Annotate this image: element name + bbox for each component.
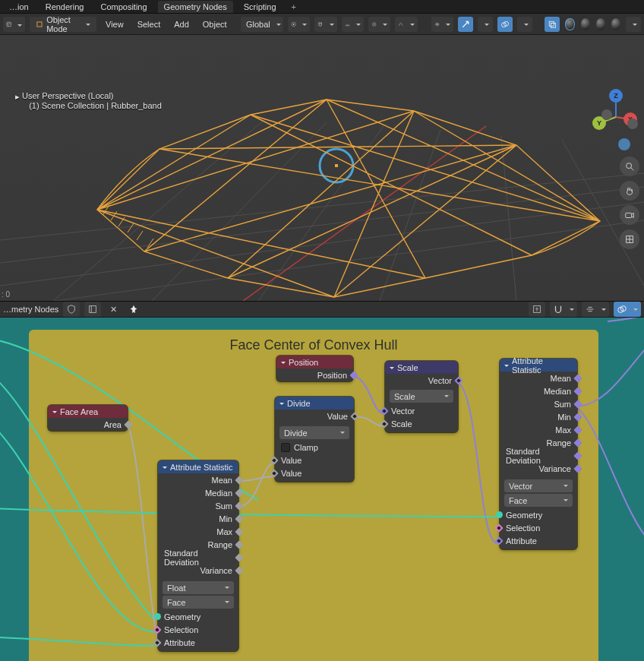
pivot-select[interactable] (288, 17, 310, 32)
node-title: Scale (397, 363, 418, 372)
zoom-button[interactable] (620, 157, 639, 176)
svg-rect-10 (550, 21, 554, 26)
viewport-canvas (0, 35, 644, 301)
gizmo-arrow-icon (461, 19, 470, 30)
gizmo-extra[interactable] (618, 138, 630, 150)
editor-type-icon (6, 19, 11, 30)
snap-target-icon (585, 304, 595, 315)
overlays-toggle[interactable] (497, 17, 513, 32)
in-attribute: Attribute (506, 536, 537, 546)
snap-increment-icon (345, 19, 350, 30)
domain-select[interactable]: Face (504, 494, 573, 507)
gizmo-neg-x[interactable] (601, 109, 612, 120)
dtype-select[interactable]: Float (163, 581, 234, 594)
nav-gizmo[interactable]: Z Y X (594, 91, 638, 135)
dtype-select[interactable]: Vector (504, 479, 573, 492)
socket-area-label: Area (104, 420, 122, 429)
tab-partial[interactable]: …ion (3, 1, 35, 13)
unlink-button[interactable]: ✕ (106, 302, 121, 317)
scale-op-select[interactable]: Scale (390, 390, 453, 403)
viewport-overlay-info: ▸ User Perspective (Local) (1) Scene Col… (24, 91, 162, 110)
falloff-icon (398, 19, 403, 30)
fake-user-toggle[interactable] (63, 302, 80, 317)
shading-menu[interactable] (626, 17, 641, 32)
snap-node-toggle[interactable] (550, 302, 577, 317)
shading-rendered[interactable] (611, 18, 620, 30)
overlays-menu[interactable] (517, 17, 532, 32)
out-sum: Sum (215, 501, 232, 511)
svg-point-45 (627, 163, 632, 169)
node-scale[interactable]: Scale Vector Scale Vector Scale (385, 361, 458, 432)
pin-button[interactable] (125, 302, 142, 317)
node-attribute-statistic-1[interactable]: Attribute Statistic Mean Median Sum Min … (158, 460, 238, 651)
out-median: Median (205, 489, 232, 498)
perspective-button[interactable] (620, 229, 639, 249)
tab-rendering[interactable]: Rendering (39, 1, 90, 13)
parent-tree-button[interactable] (529, 302, 545, 317)
shading-solid[interactable] (581, 18, 590, 30)
out-mean: Mean (211, 476, 232, 485)
svg-rect-22 (0, 35, 644, 301)
clamp-checkbox[interactable] (281, 443, 290, 452)
viewport-header: Object Mode View Select Add Object Globa… (0, 14, 644, 35)
node-title: Position (289, 358, 318, 367)
viewport-side-buttons (620, 157, 639, 249)
gizmo-neg-y[interactable] (627, 119, 638, 129)
menu-add[interactable]: Add (169, 20, 194, 29)
shading-wireframe[interactable] (565, 18, 574, 30)
overlays-node-toggle[interactable] (614, 302, 641, 317)
visibility-menu[interactable] (431, 17, 453, 32)
proportional-icon (371, 19, 377, 30)
tab-compositing[interactable]: Compositing (94, 1, 153, 13)
tab-geometry-nodes[interactable]: Geometry Nodes (158, 1, 233, 13)
out-min: Min (219, 514, 232, 523)
overlay-line1: User Perspective (Local) (22, 91, 113, 100)
snap-node-target[interactable] (582, 302, 609, 317)
svg-point-3 (293, 24, 295, 25)
in-geometry: Geometry (506, 511, 542, 520)
snap-target[interactable] (342, 17, 364, 32)
in-geometry: Geometry (164, 612, 200, 621)
node-title: Face Area (60, 407, 98, 416)
show-gizmo-toggle[interactable] (458, 17, 473, 32)
node-editor-canvas[interactable]: Face Center of Convex Hull (0, 318, 644, 661)
clamp-label: Clamp (294, 443, 318, 452)
node-editor-header: …metry Nodes ✕ (0, 301, 644, 318)
mode-label: Object Mode (46, 15, 80, 33)
3d-viewport[interactable]: ‹ Options (0, 35, 644, 301)
menu-object[interactable]: Object (198, 20, 232, 29)
in-selection: Selection (506, 523, 540, 533)
proportional-falloff[interactable] (395, 17, 417, 32)
proportional-edit[interactable] (368, 17, 390, 32)
out-median: Median (544, 387, 571, 396)
add-workspace-button[interactable]: + (287, 2, 301, 11)
viewport-footer: : 0 (0, 287, 10, 301)
editor-type-button[interactable] (3, 17, 25, 32)
xray-toggle[interactable] (545, 17, 560, 32)
node-face-area[interactable]: Face Area Area (48, 405, 128, 431)
shading-matprev[interactable] (596, 18, 605, 30)
camera-button[interactable] (620, 205, 639, 225)
orientation-select[interactable]: Global (241, 17, 283, 32)
domain-select[interactable]: Face (163, 596, 234, 609)
tab-scripting[interactable]: Scripting (238, 1, 283, 13)
snap-toggle[interactable] (314, 17, 336, 32)
operation-select[interactable]: Divide (279, 426, 349, 439)
node-divide[interactable]: Divide Value Divide Clamp Value Value (275, 397, 354, 482)
overlays-icon (500, 19, 510, 30)
object-mode-icon (36, 19, 43, 30)
mode-select[interactable]: Object Mode (30, 17, 96, 32)
menu-view[interactable]: View (101, 20, 128, 29)
pan-button[interactable] (620, 181, 639, 201)
shield-icon (66, 304, 77, 315)
out-sum: Sum (554, 400, 571, 409)
node-attribute-statistic-2[interactable]: Attribute Statistic Mean Median Sum Min … (500, 359, 577, 549)
svg-rect-49 (90, 306, 96, 313)
node-position[interactable]: Position Position (276, 356, 353, 381)
gizmo-z[interactable]: Z (609, 89, 623, 103)
node-title: Divide (287, 399, 311, 408)
browse-tree-button[interactable] (84, 302, 101, 317)
frame-title: Face Center of Convex Hull (29, 337, 598, 353)
menu-select[interactable]: Select (133, 20, 166, 29)
gizmo-menu[interactable] (478, 17, 493, 32)
